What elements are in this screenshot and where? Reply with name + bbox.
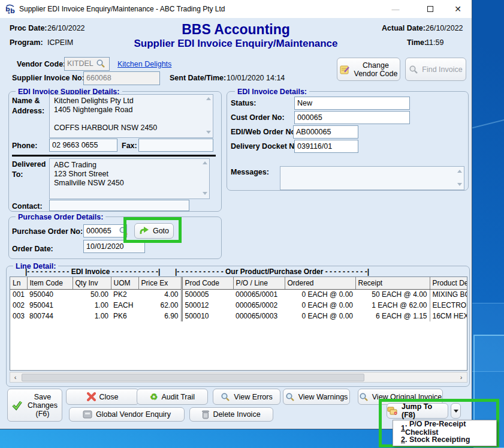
maximize-button[interactable] (420, 0, 440, 18)
messages-box[interactable] (280, 166, 464, 190)
jump-to-button[interactable]: Jump To (F8) (387, 403, 448, 419)
scroll-up-icon[interactable] (457, 170, 462, 173)
scrollbar-thumb[interactable] (22, 374, 364, 381)
search-icon (285, 392, 295, 402)
purchase-order-no-label: Purchase Order No: (12, 227, 83, 236)
global-vendor-enquiry-button[interactable]: Global Vendor Enquiry (69, 407, 185, 422)
delivered-to-label-1: Delivered (12, 160, 46, 169)
scroll-left-icon[interactable]: ‹ (10, 372, 20, 382)
name-address-label-2: Address: (12, 107, 44, 115)
app-subtitle: Supplier EDI Invoice Enquiry/Maintenance (0, 38, 472, 50)
change-vendor-line1: Change (363, 61, 389, 70)
actual-date-label: Actual Date: (382, 24, 425, 32)
goto-arrow-icon (139, 227, 149, 235)
order-date-field[interactable]: 10/01/2020 (83, 240, 145, 253)
app-window: b b s Supplier EDI Invoice Enquiry/Maint… (0, 0, 472, 429)
supplier-invoice-field[interactable]: 660068 (83, 71, 160, 85)
note-pencil-icon (340, 64, 351, 75)
folders-icon (387, 407, 398, 416)
status-label: Status: (231, 99, 256, 107)
search-icon (359, 392, 369, 402)
po-search-icon[interactable] (119, 226, 128, 236)
scroll-down-icon[interactable] (457, 183, 462, 186)
table-row[interactable]: 001950040 50.00PK2 4.00500005 000065/000… (10, 289, 467, 300)
col-uom[interactable]: UOM (111, 277, 138, 289)
name-address-label-1: Name & (12, 97, 40, 105)
col-receipt[interactable]: Receipt (355, 277, 430, 289)
scroll-right-icon[interactable]: › (456, 372, 466, 382)
search-icon (221, 392, 230, 402)
col-price-ex[interactable]: Price Ex (138, 277, 182, 289)
scroll-down-icon[interactable] (203, 192, 207, 195)
phone-label: Phone: (12, 142, 37, 150)
vendor-name-link[interactable]: Kitchen Delights (117, 60, 171, 68)
sent-datetime-value: 10/01/2020 14:14 (227, 74, 285, 82)
delivered-to-label-2: To: (12, 170, 23, 179)
scroll-down-icon[interactable] (206, 131, 211, 134)
cust-order-field[interactable]: 000065 (294, 111, 410, 124)
vendor-code-label: Vendor Code: (17, 60, 65, 68)
col-item-code[interactable]: Item Code (27, 277, 73, 289)
col-product-desc[interactable]: Product De (430, 277, 467, 289)
delivered-to-box[interactable]: ABC Trading 123 Short Street Smallville … (49, 158, 210, 199)
time-value: 11:59 (425, 38, 443, 47)
col-ordered[interactable]: Ordered (285, 277, 355, 289)
desktop: b b s Supplier EDI Invoice Enquiry/Maint… (0, 0, 504, 448)
band-our-product: |- - - - - - - - - - - Our Product/Purch… (175, 267, 369, 276)
edi-web-order-field[interactable]: AB000065 (293, 125, 358, 139)
jump-to-dropdown-button[interactable] (451, 403, 461, 419)
find-invoice-label: Find Invoice (422, 65, 462, 74)
edi-web-order-label: EDI/Web Order No: (231, 128, 298, 136)
contact-field[interactable] (49, 200, 189, 211)
actual-date-value: 26/10/2022 (425, 24, 463, 32)
audit-trail-button[interactable]: ♻ Audit Trail (137, 389, 208, 405)
menu-item-po-pre-receipt[interactable]: 1. P/O Pre-Receipt Checklist (393, 422, 496, 434)
change-vendor-code-button[interactable]: ChangeVendor Code (337, 58, 400, 81)
goto-label: Goto (153, 227, 169, 235)
close-button[interactable]: Close (66, 389, 139, 405)
col-po-line[interactable]: P/O / Line (233, 277, 285, 289)
delete-invoice-button[interactable]: Delete Invoice (189, 407, 273, 422)
change-vendor-line2: Vendor Code (354, 70, 398, 78)
table-row[interactable]: 002950041 1.00EACH 62.00500012 000065/00… (10, 300, 467, 311)
goto-button[interactable]: Goto (134, 223, 174, 239)
scroll-up-icon[interactable] (203, 161, 207, 164)
supplier-invoice-label: Supplier Invoice No: (12, 74, 84, 82)
band-edi-invoice: |- - - - - - - - - - EDI Invoice - - - -… (25, 267, 160, 276)
supplier-address-box[interactable]: Kitchen Delights Pty Ltd 1405 Nightengal… (49, 94, 213, 138)
minimize-button[interactable]: — (385, 0, 406, 18)
time-label: Time: (407, 38, 427, 47)
svg-text:b: b (10, 7, 15, 14)
jump-to-menu: 1. P/O Pre-Receipt Checklist 2. Stock Re… (393, 420, 497, 446)
col-ln[interactable]: Ln (10, 277, 27, 289)
close-window-button[interactable]: ✕ (448, 0, 468, 18)
horizontal-scrollbar[interactable]: ‹ › (10, 372, 467, 383)
col-prod-code[interactable]: Prod Code (182, 277, 233, 289)
table-row[interactable]: 003800744 1.00PK6 6.90500010 000065/0003… (10, 311, 467, 321)
phone-field[interactable]: 02 9663 0655 (49, 139, 117, 152)
col-qty-inv[interactable]: Qty Inv (73, 277, 111, 289)
save-changes-button[interactable]: SaveChanges(F6) (7, 389, 62, 422)
view-errors-button[interactable]: View Errors (213, 389, 280, 405)
scroll-up-icon[interactable] (206, 97, 211, 100)
status-field[interactable]: New (294, 97, 410, 110)
fax-field[interactable] (138, 139, 213, 152)
messages-label: Messages: (231, 168, 269, 176)
sent-datetime-label: Sent Date/Time: (170, 74, 226, 82)
view-warnings-button[interactable]: View Warnings (283, 389, 350, 405)
purchase-order-title: Purchase Order Details: (16, 213, 105, 221)
app-logo-icon: b b s (5, 4, 16, 14)
cust-order-label: Cust Order No: (231, 113, 285, 122)
chevron-down-icon (454, 410, 458, 413)
line-detail-table[interactable]: Ln Item Code Qty Inv UOM Price Ex Prod C… (10, 276, 467, 371)
title-bar: b b s Supplier EDI Invoice Enquiry/Maint… (0, 0, 472, 18)
trash-icon (202, 410, 209, 419)
delivery-docket-label: Delivery Docket No: (231, 142, 301, 151)
find-invoice-button[interactable]: Find Invoice (405, 58, 466, 81)
search-icon (409, 65, 418, 74)
contact-label: Contact: (12, 202, 43, 211)
table-header-row: Ln Item Code Qty Inv UOM Price Ex Prod C… (10, 277, 467, 289)
svg-text:s: s (8, 10, 10, 14)
vendor-search-icon[interactable] (96, 59, 105, 68)
delivery-docket-field[interactable]: 039116/01 (294, 140, 358, 153)
